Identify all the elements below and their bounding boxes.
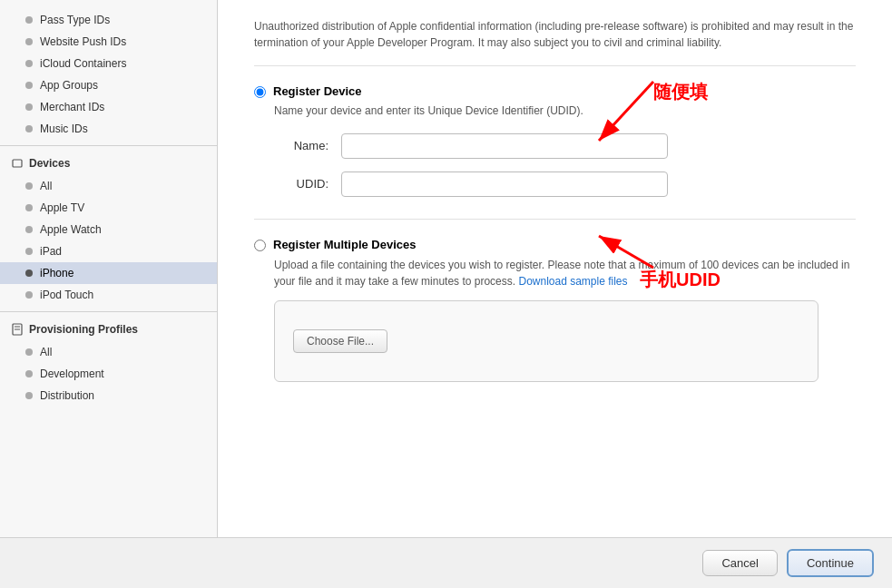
udid-row: UDID: (274, 172, 856, 197)
name-label: Name: (274, 139, 328, 152)
register-multiple-section: Register Multiple Devices Upload a file … (254, 238, 856, 382)
sidebar-item-music-ids[interactable]: Music IDs (0, 118, 217, 140)
sidebar-item-merchant-ids[interactable]: Merchant IDs (0, 96, 217, 118)
svg-rect-0 (13, 160, 22, 167)
sidebar-item-distribution[interactable]: Distribution (0, 385, 217, 407)
register-multiple-radio[interactable] (254, 240, 266, 251)
upload-area: Choose File... (274, 300, 818, 382)
udid-input[interactable] (341, 172, 668, 197)
register-device-section: Register Device Name your device and ent… (254, 84, 856, 197)
sidebar-item-app-groups[interactable]: App Groups (0, 74, 217, 96)
register-device-radio[interactable] (254, 86, 266, 98)
sidebar-item-iphone[interactable]: iPhone (0, 262, 217, 284)
sidebar-section-provisioning[interactable]: Provisioning Profiles (0, 318, 217, 341)
sidebar-item-apple-watch[interactable]: Apple Watch (0, 219, 217, 240)
sidebar: Pass Type IDs Website Push IDs iCloud Co… (0, 0, 218, 537)
sidebar-item-icloud-containers[interactable]: iCloud Containers (0, 53, 217, 74)
continue-button[interactable]: Continue (787, 549, 874, 577)
register-multiple-title: Register Multiple Devices (273, 238, 417, 251)
sidebar-item-all-devices[interactable]: All (0, 175, 217, 197)
name-row: Name: (274, 133, 856, 159)
section-divider (254, 219, 856, 220)
footer: Cancel Continue (0, 537, 892, 588)
sidebar-item-ipad[interactable]: iPad (0, 240, 217, 262)
sidebar-item-website-push-ids[interactable]: Website Push IDs (0, 31, 217, 53)
download-sample-link[interactable]: Download sample files (518, 275, 627, 288)
sidebar-item-apple-tv[interactable]: Apple TV (0, 197, 217, 219)
register-multiple-desc: Upload a file containing the devices you… (274, 257, 856, 289)
name-input[interactable] (341, 133, 668, 159)
main-content: Unauthorized distribution of Apple confi… (218, 0, 892, 537)
sidebar-section-devices[interactable]: Devices (0, 152, 217, 175)
choose-file-button[interactable]: Choose File... (293, 329, 387, 353)
register-device-desc: Name your device and enter its Unique De… (274, 103, 856, 119)
sidebar-item-all-profiles[interactable]: All (0, 341, 217, 363)
sidebar-item-pass-type-ids[interactable]: Pass Type IDs (0, 9, 217, 31)
register-device-title: Register Device (273, 84, 362, 98)
warning-text: Unauthorized distribution of Apple confi… (254, 18, 856, 66)
devices-icon (11, 157, 24, 170)
sidebar-item-development[interactable]: Development (0, 363, 217, 385)
udid-label: UDID: (274, 177, 328, 191)
provisioning-icon (11, 323, 24, 336)
sidebar-item-ipod-touch[interactable]: iPod Touch (0, 284, 217, 306)
cancel-button[interactable]: Cancel (702, 550, 777, 576)
